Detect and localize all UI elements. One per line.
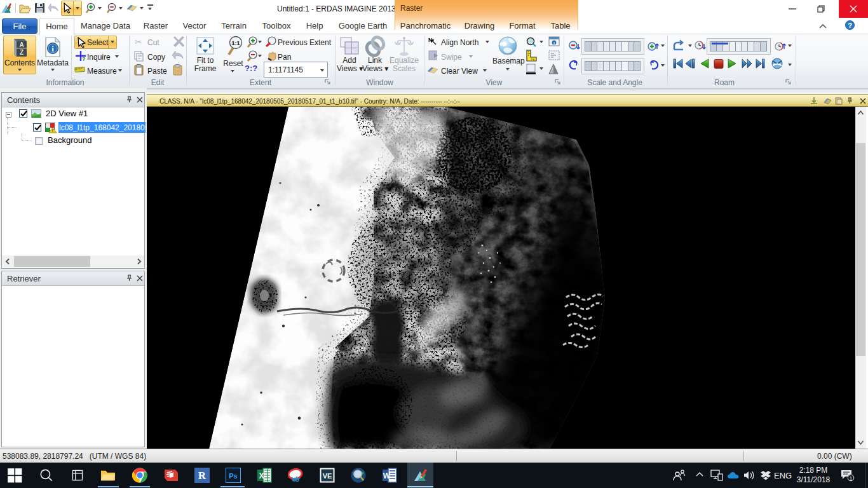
svg-text:i: i: [51, 44, 54, 53]
svg-text:A: A: [19, 41, 24, 48]
svg-text:R: R: [198, 470, 207, 482]
svg-text:✂: ✂: [135, 37, 142, 47]
svg-text:i: i: [553, 41, 555, 46]
svg-text:Z: Z: [20, 49, 24, 56]
svg-text:?: ?: [82, 56, 86, 62]
svg-text:Ps: Ps: [229, 472, 237, 480]
svg-text:!: !: [52, 128, 53, 133]
svg-text:W: W: [383, 471, 391, 480]
svg-text:X: X: [259, 471, 264, 480]
svg-text:1:1: 1:1: [231, 40, 240, 46]
svg-text:VE: VE: [323, 472, 332, 480]
svg-text:1: 1: [849, 475, 852, 482]
